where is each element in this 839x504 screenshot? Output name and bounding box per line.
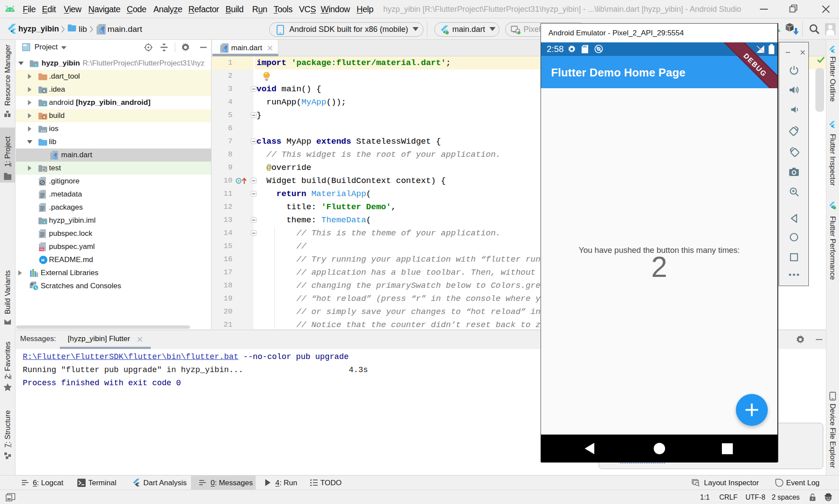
svg-text:YML: YML bbox=[39, 248, 45, 251]
